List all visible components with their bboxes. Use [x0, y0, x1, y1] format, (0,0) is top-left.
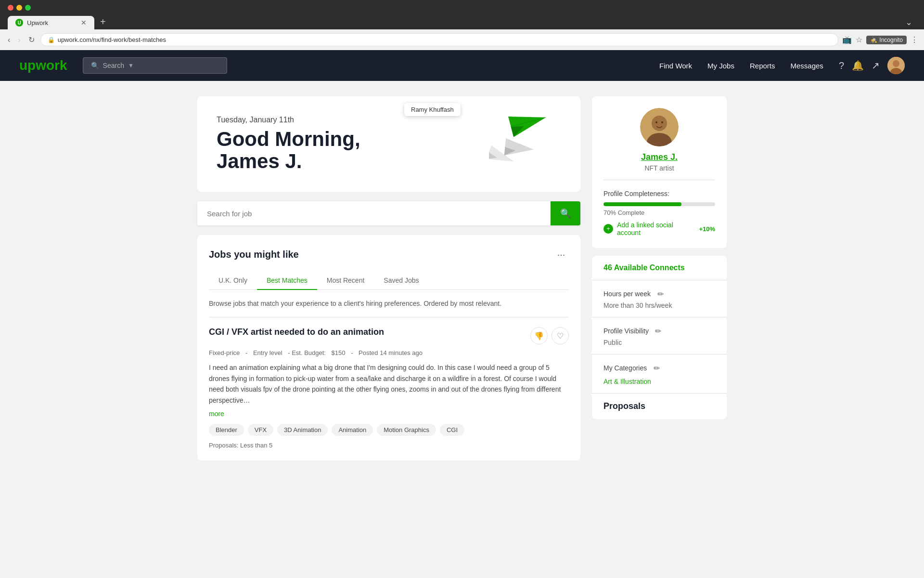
job-proposals: Proposals: Less than 5 — [209, 442, 569, 449]
user-tooltip: Ramy Khuffash — [404, 103, 461, 116]
save-job-button[interactable]: ♡ — [552, 327, 569, 344]
jobs-description-text: Browse jobs that match your experience t… — [209, 300, 569, 307]
progress-fill — [603, 202, 681, 206]
site-header: upwork 🔍 Search ▼ Find Work My Jobs Repo… — [0, 50, 924, 81]
job-tags: Blender VFX 3D Animation Animation Motio… — [209, 424, 569, 436]
proposals-label: Proposals: — [209, 442, 240, 449]
tab-overflow-button[interactable]: ⌄ — [901, 15, 916, 29]
tag-animation[interactable]: Animation — [332, 424, 373, 436]
categories-label: My Categories ✏ — [603, 362, 715, 374]
planes-svg — [489, 117, 552, 170]
browser-menu-button[interactable]: ⋮ — [911, 35, 918, 44]
profile-avatar — [640, 108, 679, 146]
main-column: Tuesday, January 11th Good Morning, Jame… — [197, 96, 580, 460]
job-tabs: U.K. Only Best Matches Most Recent Saved… — [209, 272, 569, 290]
hours-edit-button[interactable]: ✏ — [654, 288, 666, 300]
avatar-image — [887, 57, 905, 74]
user-avatar[interactable] — [887, 57, 905, 74]
traffic-light-maximize[interactable] — [25, 5, 31, 11]
job-type: Fixed-price — [209, 349, 240, 356]
visibility-edit-button[interactable]: ✏ — [653, 325, 664, 337]
visibility-label: Profile Visibility ✏ — [603, 325, 715, 337]
refresh-button[interactable]: ↻ — [26, 33, 37, 46]
visibility-value: Public — [603, 339, 715, 346]
direct-contracts-button[interactable]: ↗ — [872, 60, 880, 71]
job-search-button[interactable]: 🔍 — [551, 201, 580, 225]
job-listing-1: CGI / VFX artist needed to do an animati… — [209, 317, 569, 449]
nav-reports[interactable]: Reports — [750, 62, 775, 70]
jobs-card-header: Jobs you might like ··· — [209, 247, 569, 262]
job-description-text: I need an animation explaining what a bi… — [209, 362, 569, 406]
notifications-button[interactable]: 🔔 — [852, 60, 864, 71]
progress-bar — [603, 202, 715, 206]
job-search-input[interactable] — [197, 201, 551, 225]
dislike-button[interactable]: 👎 — [530, 327, 548, 344]
tag-3d-animation[interactable]: 3D Animation — [277, 424, 328, 436]
tag-vfx[interactable]: VFX — [248, 424, 273, 436]
job-budget: $150 — [332, 349, 346, 356]
social-link-text[interactable]: Add a linked social account — [617, 221, 695, 236]
job-actions: 👎 ♡ — [530, 327, 569, 344]
job-title[interactable]: CGI / VFX artist needed to do an animati… — [209, 327, 384, 337]
hours-section: Hours per week ✏ More than 30 hrs/week — [592, 280, 727, 317]
category-art-illustration[interactable]: Art & Illustration — [603, 378, 715, 385]
tag-blender[interactable]: Blender — [209, 424, 244, 436]
profile-divider — [603, 180, 715, 180]
sidebar: James J. NFT artist Profile Completeness… — [592, 96, 727, 460]
nav-find-work[interactable]: Find Work — [659, 62, 692, 70]
connects-count[interactable]: 46 Available Connects — [592, 256, 727, 280]
tab-title: Upwork — [27, 19, 48, 26]
jobs-more-button[interactable]: ··· — [553, 247, 569, 262]
social-link-row: + Add a linked social account +10% — [603, 221, 715, 236]
tab-most-recent[interactable]: Most Recent — [317, 272, 374, 290]
profile-completeness: Profile Completeness: 70% Complete + Add… — [603, 190, 715, 236]
profile-title: NFT artist — [603, 164, 715, 172]
profile-card: James J. NFT artist Profile Completeness… — [592, 96, 727, 248]
tab-best-matches[interactable]: Best Matches — [257, 272, 317, 290]
browser-chrome: U Upwork ✕ + ⌄ ‹ › ↻ 🔒 upwork.com/nx/fin… — [0, 0, 924, 50]
hours-label: Hours per week ✏ — [603, 288, 715, 300]
job-separator-2: - Est. Budget: — [288, 349, 327, 356]
job-search-container: 🔍 — [197, 201, 580, 225]
nav-my-jobs[interactable]: My Jobs — [707, 62, 734, 70]
forward-button[interactable]: › — [16, 34, 22, 46]
tab-close-icon[interactable]: ✕ — [81, 19, 87, 26]
profile-avatar-image — [640, 108, 679, 146]
cast-icon[interactable]: 📺 — [842, 35, 852, 44]
svg-point-14 — [661, 121, 663, 123]
url-text: upwork.com/nx/find-work/best-matches — [58, 36, 166, 43]
profile-name[interactable]: James J. — [603, 152, 715, 162]
tab-uk-only[interactable]: U.K. Only — [209, 272, 257, 290]
svg-point-1 — [893, 60, 899, 67]
traffic-light-close[interactable] — [8, 5, 13, 11]
url-bar[interactable]: 🔒 upwork.com/nx/find-work/best-matches — [40, 33, 839, 46]
header-search-bar[interactable]: 🔍 Search ▼ — [83, 57, 227, 74]
visibility-section: Profile Visibility ✏ Public — [592, 317, 727, 354]
incognito-icon: 🕵 — [870, 37, 877, 43]
tab-saved-jobs[interactable]: Saved Jobs — [374, 272, 428, 290]
nav-messages[interactable]: Messages — [791, 62, 823, 70]
new-tab-button[interactable]: + — [96, 14, 110, 29]
job-level: Entry level — [253, 349, 282, 356]
search-label: Search — [103, 62, 124, 69]
page-content: Tuesday, January 11th Good Morning, Jame… — [188, 81, 736, 476]
jobs-card-title: Jobs you might like — [209, 249, 299, 260]
job-more-link[interactable]: more — [209, 410, 224, 418]
categories-edit-button[interactable]: ✏ — [651, 362, 662, 374]
jobs-card: Jobs you might like ··· U.K. Only Best M… — [197, 235, 580, 460]
tag-motion-graphics[interactable]: Motion Graphics — [377, 424, 436, 436]
tab-favicon: U — [15, 19, 23, 26]
traffic-light-minimize[interactable] — [16, 5, 22, 11]
social-link-icon: + — [603, 224, 613, 234]
svg-point-11 — [652, 116, 667, 131]
bookmark-icon[interactable]: ☆ — [856, 35, 862, 44]
browser-tab-active[interactable]: U Upwork ✕ — [8, 16, 94, 29]
lock-icon: 🔒 — [48, 37, 55, 43]
help-button[interactable]: ? — [839, 60, 844, 71]
back-button[interactable]: ‹ — [6, 34, 12, 46]
completeness-label: Profile Completeness: — [603, 190, 715, 197]
welcome-card: Tuesday, January 11th Good Morning, Jame… — [197, 96, 580, 192]
tag-cgi[interactable]: CGI — [440, 424, 464, 436]
proposals-title: Proposals — [603, 401, 715, 411]
upwork-logo[interactable]: upwork — [19, 58, 67, 73]
